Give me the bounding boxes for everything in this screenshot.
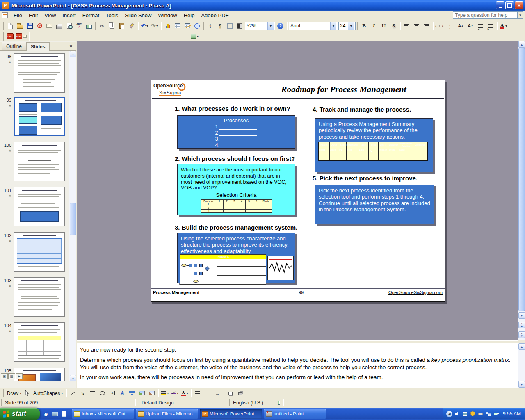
email-icon[interactable] xyxy=(45,21,54,31)
italic-icon[interactable] xyxy=(369,21,379,31)
menu-help[interactable]: Help xyxy=(180,11,198,20)
slide-thumbnail-102[interactable] xyxy=(14,232,65,272)
previous-slide-button[interactable]: ▲▲ xyxy=(518,322,525,328)
toolbar-grip[interactable] xyxy=(2,389,4,397)
paste-icon[interactable] xyxy=(117,21,126,31)
spelling-icon[interactable] xyxy=(74,21,84,31)
hide-tray-icons-button[interactable] xyxy=(446,411,452,417)
status-design-name[interactable]: Default Design xyxy=(138,399,227,406)
spell-check-status-icon[interactable] xyxy=(274,399,284,406)
selection-criteria-table[interactable]: Process1 23 45 6Rank 1 2 3 xyxy=(201,199,272,213)
process-summary-table[interactable]: ProcessOwner StepPerformance TargetTrend… xyxy=(318,142,428,161)
select-objects-icon[interactable] xyxy=(23,389,31,397)
help-question-dropdown-icon[interactable] xyxy=(518,11,523,19)
menu-edit[interactable]: Edit xyxy=(25,11,41,20)
slide-title[interactable]: Roadmap for Process Management xyxy=(245,84,442,95)
draw-menu-button[interactable]: Draw xyxy=(5,389,23,397)
start-button[interactable]: start xyxy=(0,408,40,420)
menu-view[interactable]: View xyxy=(41,11,59,20)
zoom-combo[interactable]: 52% xyxy=(245,22,275,30)
help-icon[interactable] xyxy=(276,21,285,31)
text-shadow-icon[interactable] xyxy=(389,21,398,31)
slide-thumbnail-104[interactable] xyxy=(14,322,65,362)
slide-thumbnail-99-selected[interactable] xyxy=(14,97,65,136)
focus-box[interactable]: Which of these are the most important to… xyxy=(177,164,295,215)
process-a-table[interactable]: Process A Process Flow Step Indicator xyxy=(180,254,266,285)
panel-scroll-up-icon[interactable]: ▲ xyxy=(70,51,76,57)
menu-format[interactable]: Format xyxy=(79,11,103,20)
powerpoint-app-icon[interactable] xyxy=(2,2,9,9)
taskbar-button-outlook[interactable]: Inbox - Microsoft Out... xyxy=(72,409,134,419)
print-icon[interactable] xyxy=(55,21,64,31)
slide-thumbnail-101[interactable] xyxy=(14,187,65,226)
font-color-icon[interactable]: A xyxy=(499,21,508,31)
undo-icon[interactable] xyxy=(140,21,149,31)
align-right-icon[interactable] xyxy=(422,21,431,31)
taskbar-clock[interactable]: 9:55 AM xyxy=(501,411,521,417)
rectangle-tool-icon[interactable] xyxy=(88,388,97,398)
taskbar-button-powerpoint[interactable]: Microsoft PowerPoint ... xyxy=(200,409,262,419)
slide-canvas[interactable]: OpenSource SixSigma Roadmap for Process … xyxy=(151,80,445,302)
text-box-tool-icon[interactable] xyxy=(107,388,117,398)
normal-view-button[interactable]: ▣ xyxy=(1,373,8,379)
slide-thumbnail-98[interactable] xyxy=(14,53,65,93)
build-system-box[interactable]: Using the selected process characterize … xyxy=(177,233,295,283)
notes-pane[interactable]: You are now ready for the second step: D… xyxy=(77,343,518,388)
capture-tool-icon[interactable] xyxy=(190,32,199,41)
next-slide-button[interactable]: ▼▼ xyxy=(518,331,525,338)
arrow-style-icon[interactable] xyxy=(212,388,222,398)
numbering-icon[interactable] xyxy=(435,21,446,31)
decrease-font-size-icon[interactable] xyxy=(466,21,475,31)
font-size-combo[interactable]: 24 xyxy=(338,22,356,30)
format-painter-icon[interactable] xyxy=(127,21,136,31)
tab-slides[interactable]: Slides xyxy=(26,42,50,51)
insert-table-icon[interactable] xyxy=(173,21,182,31)
menu-slideshow[interactable]: Slide Show xyxy=(121,11,155,20)
tray-antivirus-icon[interactable] xyxy=(470,411,476,417)
menu-tools[interactable]: Tools xyxy=(103,11,121,20)
scroll-down-icon[interactable]: ▼ xyxy=(518,312,525,319)
oval-tool-icon[interactable] xyxy=(98,388,107,398)
slide-thumbnail-100[interactable] xyxy=(14,142,65,181)
insert-hyperlink-icon[interactable] xyxy=(192,21,202,31)
slide-thumbnail-103[interactable] xyxy=(14,277,65,317)
menu-adobe-pdf[interactable]: Adobe PDF xyxy=(198,11,232,20)
footer-link[interactable]: OpenSourceSixSigma.com xyxy=(388,290,443,295)
scrollbar-thumb[interactable] xyxy=(518,48,525,311)
quick-launch-document-icon[interactable] xyxy=(60,410,68,418)
diagram-icon[interactable] xyxy=(127,388,137,398)
convert-to-pdf-icon[interactable] xyxy=(5,32,15,41)
line-color-icon[interactable] xyxy=(170,388,179,398)
panel-close-icon[interactable] xyxy=(68,43,74,49)
toolbar-grip[interactable] xyxy=(2,32,4,41)
research-icon[interactable] xyxy=(84,21,94,31)
cut-icon[interactable] xyxy=(97,21,107,31)
decrease-indent-icon[interactable] xyxy=(476,21,485,31)
wordart-icon[interactable] xyxy=(117,388,127,398)
scroll-up-icon[interactable]: ▲ xyxy=(518,41,525,48)
autoshapes-menu-button[interactable]: AutoShapes xyxy=(32,389,64,397)
slide-sorter-view-button[interactable]: ▦ xyxy=(8,373,15,379)
bullets-icon[interactable] xyxy=(446,21,456,31)
section5-heading[interactable]: 5. Pick the next process to improve. xyxy=(313,175,418,182)
save-icon[interactable] xyxy=(25,21,34,31)
insert-chart-icon[interactable] xyxy=(163,21,172,31)
status-language[interactable]: English (U.S.) xyxy=(229,399,272,406)
copy-icon[interactable] xyxy=(107,21,116,31)
arrow-tool-icon[interactable] xyxy=(78,388,87,398)
show-desktop-icon[interactable] xyxy=(51,410,59,418)
section4-heading[interactable]: 4. Track and manage the process. xyxy=(313,106,411,113)
next-process-box[interactable]: Pick the next process identified from th… xyxy=(315,185,434,224)
line-style-icon[interactable] xyxy=(193,388,202,398)
section3-heading[interactable]: 3. Build the process management system. xyxy=(175,224,297,231)
print-preview-icon[interactable] xyxy=(64,21,74,31)
restore-button[interactable] xyxy=(505,1,514,9)
shadow-style-icon[interactable] xyxy=(226,388,235,398)
expand-all-icon[interactable] xyxy=(205,21,215,31)
tables-and-borders-icon[interactable] xyxy=(183,21,192,31)
slide-editing-area[interactable]: OpenSource SixSigma Roadmap for Process … xyxy=(77,41,518,340)
tray-usb-icon[interactable] xyxy=(493,411,499,417)
dash-style-icon[interactable] xyxy=(203,388,212,398)
align-center-icon[interactable] xyxy=(412,21,421,31)
section2-heading[interactable]: 2. Which process should I focus on first… xyxy=(175,155,295,162)
